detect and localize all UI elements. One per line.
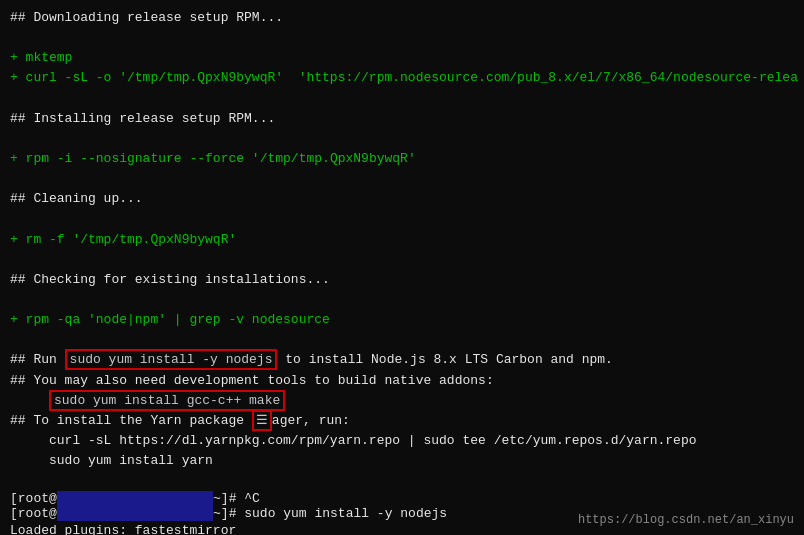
line-installing: ## Installing release setup RPM... [10, 109, 794, 129]
prompt-rest-1: ~]# ^C [213, 491, 260, 506]
gcc-install-cmd: sudo yum install gcc-c++ make [49, 390, 285, 411]
line-run: ## Run sudo yum install -y nodejs to ins… [10, 350, 794, 370]
prompt-rest-2: ~]# sudo yum install -y nodejs [213, 506, 447, 521]
line-yarn-curl: curl -sL https://dl.yarnpkg.com/rpm/yarn… [10, 431, 794, 451]
terminal-window: ## Downloading release setup RPM... + mk… [0, 0, 804, 535]
line-checking: ## Checking for existing installations..… [10, 270, 794, 290]
watermark: https://blog.csdn.net/an_xinyu [578, 513, 794, 527]
prompt-line-1: [root@ ~]# ^C [10, 491, 794, 506]
prompt-bracket-open-2: [root@ [10, 506, 57, 521]
line-yarn-intro: ## To install the Yarn package ☰ager, ru… [10, 411, 794, 431]
line-rm: + rm -f '/tmp/tmp.QpxN9bywqR' [10, 230, 794, 250]
line-yarn-install: sudo yum install yarn [10, 451, 794, 471]
line-rpm-qa: + rpm -qa 'node|npm' | grep -v nodesourc… [10, 310, 794, 330]
prompt-host-2 [57, 506, 213, 521]
line-curl: + curl -sL -o '/tmp/tmp.QpxN9bywqR' 'htt… [10, 68, 794, 88]
line-empty2 [10, 89, 794, 109]
nodejs-install-cmd: sudo yum install -y nodejs [65, 349, 278, 370]
pkg-manager-icon: ☰ [252, 410, 272, 431]
line-empty9 [10, 471, 794, 491]
line-empty8 [10, 330, 794, 350]
line-devtools: ## You may also need development tools t… [10, 371, 794, 391]
line-empty3 [10, 129, 794, 149]
line-downloading: ## Downloading release setup RPM... [10, 8, 794, 28]
line-empty5 [10, 209, 794, 229]
line-cleaning: ## Cleaning up... [10, 189, 794, 209]
line-empty1 [10, 28, 794, 48]
line-empty7 [10, 290, 794, 310]
prompt-host-1 [57, 491, 213, 506]
line-gcc: sudo yum install gcc-c++ make [10, 391, 794, 411]
line-mktemp: + mktemp [10, 48, 794, 68]
line-empty6 [10, 250, 794, 270]
prompt-bracket-open-1: [root@ [10, 491, 57, 506]
line-rpm-install: + rpm -i --nosignature --force '/tmp/tmp… [10, 149, 794, 169]
line-empty4 [10, 169, 794, 189]
